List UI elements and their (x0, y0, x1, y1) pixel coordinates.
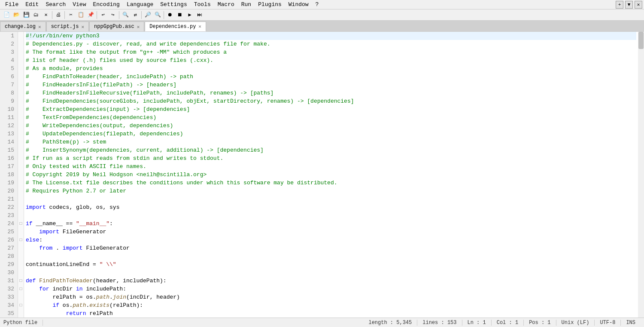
cut-button[interactable]: ✂ (66, 10, 76, 20)
status-lines: lines : 153 (417, 320, 462, 326)
menu-macro[interactable]: Macro (214, 0, 238, 9)
fold-26[interactable]: □ (18, 236, 24, 244)
code-line-26[interactable]: else: (26, 236, 636, 244)
tab-changelog[interactable]: change.log ✕ (0, 21, 46, 31)
tab-nppgpgpub-label: nppGpgPub.asc (94, 24, 134, 30)
fold-6 (18, 73, 24, 81)
maximize-button[interactable]: ▼ (625, 1, 633, 9)
code-line-28[interactable] (26, 252, 636, 260)
tab-changelog-label: change.log (5, 24, 36, 30)
code-line-21[interactable] (26, 195, 636, 203)
new-button[interactable]: 📄 (2, 10, 11, 20)
toolbar: 📄 📂 💾 🗂 ✕ 🖨 ✂ 📋 📌 ↩ ↪ 🔍 ⇄ 🔎 🔍 ⏺ ⏹ ▶ ⏭ (0, 9, 644, 21)
menu-view[interactable]: View (69, 0, 89, 9)
fold-32[interactable]: □ (18, 285, 24, 293)
macro-stop-button[interactable]: ⏹ (175, 10, 185, 20)
code-line-15[interactable]: # InsertSynonym(dependencies, current, a… (26, 146, 636, 154)
fold-34[interactable]: □ (18, 301, 24, 309)
code-line-11[interactable]: # TextFromDependencies(dependencies) (26, 113, 636, 122)
macro-rec-button[interactable]: ⏺ (165, 10, 175, 20)
menu-bar: File Edit Search View Encoding Language … (0, 0, 644, 9)
code-line-1[interactable]: #!/usr/bin/env python3 (26, 32, 636, 40)
code-line-6[interactable]: # FindPathToHeader(header, includePath) … (26, 73, 636, 81)
code-line-8[interactable]: # FindHeadersInFileRecursive(filePath, i… (26, 89, 636, 97)
tab-scriptjs-close[interactable]: ✕ (81, 24, 84, 30)
code-line-3[interactable]: # The format like the output from "g++ -… (26, 48, 636, 56)
code-line-4[interactable]: # list of header (.h) files used by sour… (26, 56, 636, 64)
menu-encoding[interactable]: Encoding (89, 0, 123, 9)
code-editor[interactable]: #!/usr/bin/env python3# Dependencies.py … (24, 32, 638, 318)
tab-dependencies[interactable]: Dependencies.py ✕ (145, 21, 206, 31)
menu-window[interactable]: Window (285, 0, 312, 9)
code-line-12[interactable]: # WriteDependencies(output, dependencies… (26, 122, 636, 130)
minimize-button[interactable]: + (616, 1, 623, 9)
replace-button[interactable]: ⇄ (131, 10, 140, 20)
fold-16 (18, 154, 24, 162)
tab-nppgpgpub[interactable]: nppGpgPub.asc ✕ (89, 21, 144, 31)
save-button[interactable]: 💾 (21, 10, 31, 20)
code-line-16[interactable]: # If run as a script reads from stdin an… (26, 154, 636, 162)
code-line-35[interactable]: return relPath (26, 309, 636, 318)
code-line-17[interactable]: # Only tested with ASCII file names. (26, 162, 636, 171)
fold-31[interactable]: □ (18, 277, 24, 285)
menu-edit[interactable]: Edit (22, 0, 42, 9)
code-line-23[interactable] (26, 211, 636, 220)
open-button[interactable]: 📂 (12, 10, 21, 20)
macro-play-button[interactable]: ▶ (185, 10, 194, 20)
code-line-33[interactable]: relPath = os.path.join(incDir, header) (26, 293, 636, 301)
code-line-5[interactable]: # As a module, provides (26, 64, 636, 73)
code-line-31[interactable]: def FindPathToHeader(header, includePath… (26, 277, 636, 285)
menu-file[interactable]: File (2, 0, 22, 9)
fold-15 (18, 146, 24, 154)
close-button[interactable]: ✕ (635, 1, 642, 9)
save-all-button[interactable]: 🗂 (31, 10, 41, 20)
code-line-32[interactable]: for incDir in includePath: (26, 285, 636, 293)
code-line-29[interactable]: continuationLineEnd = " \\" (26, 260, 636, 269)
vertical-scrollbar[interactable] (638, 32, 644, 318)
zoom-out-button[interactable]: 🔍 (153, 10, 162, 20)
redo-button[interactable]: ↪ (108, 10, 118, 20)
zoom-in-button[interactable]: 🔎 (143, 10, 152, 20)
code-line-14[interactable]: # PathStem(p) -> stem (26, 138, 636, 146)
copy-button[interactable]: 📋 (76, 10, 85, 20)
close-button-tb[interactable]: ✕ (41, 10, 51, 20)
print-button[interactable]: 🖨 (54, 10, 63, 20)
code-line-18[interactable]: # Copyright 2019 by Neil Hodgson <neilh@… (26, 171, 636, 179)
menu-settings[interactable]: Settings (157, 0, 190, 9)
menu-help[interactable]: ? (312, 0, 322, 9)
line-num-26: 26 (0, 236, 16, 244)
find-button[interactable]: 🔍 (121, 10, 130, 20)
code-line-2[interactable]: # Dependencies.py - discover, read, and … (26, 40, 636, 48)
code-line-22[interactable]: import codecs, glob, os, sys (26, 203, 636, 211)
scrollbar-thumb[interactable] (638, 32, 644, 49)
code-line-20[interactable]: # Requires Python 2.7 or later (26, 187, 636, 195)
fold-20 (18, 187, 24, 195)
tab-dependencies-close[interactable]: ✕ (198, 24, 201, 29)
undo-button[interactable]: ↩ (98, 10, 108, 20)
code-line-25[interactable]: import FileGenerator (26, 228, 636, 236)
code-line-19[interactable]: # The License.txt file describes the con… (26, 179, 636, 187)
code-line-30[interactable] (26, 269, 636, 277)
fold-18 (18, 171, 24, 179)
macro-run-button[interactable]: ⏭ (195, 10, 204, 20)
code-line-13[interactable]: # UpdateDependencies(filepath, dependenc… (26, 130, 636, 138)
code-line-27[interactable]: from . import FileGenerator (26, 244, 636, 252)
code-line-7[interactable]: # FindHeadersInFile(filePath) -> [header… (26, 81, 636, 89)
menu-tools[interactable]: Tools (191, 0, 214, 9)
menu-plugins[interactable]: Plugins (255, 0, 285, 9)
line-num-5: 5 (0, 64, 16, 73)
tab-scriptjs[interactable]: script.js ✕ (46, 21, 89, 31)
fold-13 (18, 130, 24, 138)
code-line-24[interactable]: if __name__ == "__main__": (26, 220, 636, 228)
separator-5 (141, 11, 142, 19)
code-line-9[interactable]: # FindDependencies(sourceGlobs, includeP… (26, 97, 636, 105)
code-line-34[interactable]: if os.path.exists(relPath): (26, 301, 636, 309)
paste-button[interactable]: 📌 (86, 10, 95, 20)
tab-nppgpgpub-close[interactable]: ✕ (137, 24, 140, 30)
menu-run[interactable]: Run (238, 0, 255, 9)
fold-24[interactable]: □ (18, 220, 24, 228)
menu-language[interactable]: Language (123, 0, 157, 9)
menu-search[interactable]: Search (42, 0, 69, 9)
tab-changelog-close[interactable]: ✕ (38, 24, 41, 30)
code-line-10[interactable]: # ExtractDependencies(input) -> [depende… (26, 105, 636, 113)
